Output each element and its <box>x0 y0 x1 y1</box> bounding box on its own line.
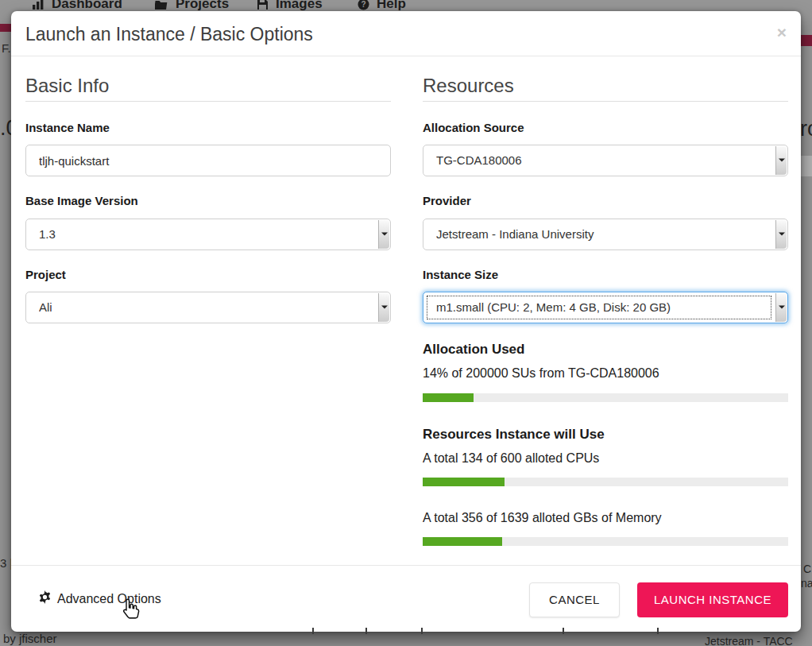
advanced-options-link[interactable]: Advanced Options <box>38 590 161 607</box>
background-byline: by jfischer <box>3 632 57 645</box>
nav-label: Dashboard <box>52 0 122 11</box>
background-text-fragment: F. <box>2 41 11 55</box>
allocation-source-select[interactable]: TG-CDA180006 <box>423 145 788 176</box>
allocation-used-text: 14% of 200000 SUs from TG-CDA180006 <box>423 366 659 381</box>
gear-icon <box>38 590 52 607</box>
nav-item-projects[interactable]: Projects <box>155 0 229 11</box>
progress-fill <box>423 537 502 546</box>
modal-title: Launch an Instance / Basic Options <box>25 24 313 45</box>
chevron-down-icon <box>775 293 787 322</box>
close-icon[interactable]: × <box>777 24 787 41</box>
cpu-usage-text: A total 134 of 600 alloted CPUs <box>423 451 599 466</box>
allocation-used-heading: Allocation Used <box>423 342 524 358</box>
launch-instance-button[interactable]: LAUNCH INSTANCE <box>637 582 788 617</box>
background-text-tick <box>365 628 367 634</box>
memory-usage-progress <box>423 537 788 546</box>
instance-name-input[interactable] <box>26 145 390 176</box>
base-image-version-label: Base Image Version <box>25 194 138 207</box>
selected-value: 1.3 <box>39 219 373 250</box>
chevron-down-icon <box>775 146 787 175</box>
instance-size-label: Instance Size <box>423 268 498 281</box>
background-navbar: Dashboard Projects Images ? Help <box>0 0 812 11</box>
background-accent-bar-left <box>0 24 11 32</box>
background-text-tick <box>563 628 564 634</box>
nav-item-help[interactable]: ? Help <box>358 0 406 11</box>
launch-instance-modal: Launch an Instance / Basic Options × Bas… <box>11 11 801 632</box>
folder-icon <box>155 0 168 10</box>
background-field-fragment <box>801 156 812 176</box>
chevron-down-icon <box>775 220 787 249</box>
background-provider-label: Jetstream - TACC <box>705 635 793 646</box>
allocation-source-label: Allocation Source <box>423 121 524 134</box>
provider-label: Provider <box>423 194 471 207</box>
nav-label: Help <box>377 0 406 11</box>
progress-fill <box>423 478 505 486</box>
background-text-tick <box>421 628 423 634</box>
nav-item-dashboard[interactable]: Dashboard <box>32 0 122 11</box>
cursor-pointer-icon <box>121 597 141 624</box>
instance-name-label: Instance Name <box>25 121 110 134</box>
allocation-used-progress <box>423 393 788 402</box>
save-icon <box>257 0 269 10</box>
screen: Dashboard Projects Images ? Help F. .0 r… <box>0 0 812 646</box>
project-select[interactable]: Ali <box>25 292 391 323</box>
instance-name-field-wrap <box>25 145 391 176</box>
background-text-fragment: ro <box>800 117 812 141</box>
selected-value: m1.small (CPU: 2, Mem: 4 GB, Disk: 20 GB… <box>436 292 770 323</box>
nav-label: Projects <box>176 0 229 11</box>
selected-value: Ali <box>39 292 373 323</box>
chevron-down-icon <box>378 220 389 249</box>
background-accent-bar-right <box>801 35 812 46</box>
cancel-button[interactable]: CANCEL <box>529 582 620 617</box>
instance-resources-heading: Resources Instance will Use <box>423 427 605 443</box>
bar-chart-icon <box>32 0 44 10</box>
memory-usage-text: A total 356 of 1639 alloted GBs of Memor… <box>423 511 662 525</box>
chevron-down-icon <box>378 293 389 322</box>
svg-text:?: ? <box>361 0 365 9</box>
background-text-tick <box>312 628 314 634</box>
base-image-version-select[interactable]: 1.3 <box>25 219 391 250</box>
instance-size-select[interactable]: m1.small (CPU: 2, Mem: 4 GB, Disk: 20 GB… <box>423 292 788 323</box>
header-divider <box>11 56 801 56</box>
nav-label: Images <box>276 0 323 11</box>
section-divider <box>25 101 391 102</box>
nav-item-images[interactable]: Images <box>257 0 323 11</box>
selected-value: Jetstream - Indiana University <box>436 219 770 250</box>
background-text-fragment: C <box>803 563 811 575</box>
background-text-tick <box>657 628 659 634</box>
provider-select[interactable]: Jetstream - Indiana University <box>423 219 788 250</box>
section-divider <box>423 101 788 102</box>
resources-heading: Resources <box>423 75 514 97</box>
selected-value: TG-CDA180006 <box>436 145 770 176</box>
footer-divider <box>11 565 801 566</box>
cpu-usage-progress <box>423 478 788 486</box>
basic-info-heading: Basic Info <box>25 75 109 97</box>
progress-fill <box>423 393 474 402</box>
advanced-options-label: Advanced Options <box>57 592 161 606</box>
project-label: Project <box>25 268 66 281</box>
background-text-fragment: na <box>801 577 812 590</box>
help-icon: ? <box>358 0 369 10</box>
